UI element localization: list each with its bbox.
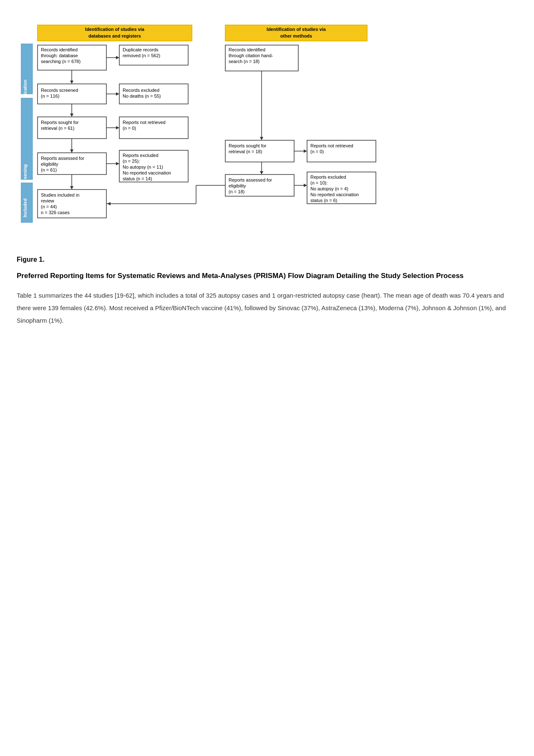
svg-marker-30 [116, 126, 119, 129]
header-db-line1: Identification of studies via [85, 27, 145, 32]
reports-excluded-db-text: Reports excluded [123, 153, 159, 158]
svg-marker-18 [260, 137, 263, 140]
svg-marker-57 [304, 184, 307, 187]
header-db-line2: databases and registers [88, 33, 141, 38]
svg-marker-47 [116, 162, 119, 165]
svg-text:No reported vaccination: No reported vaccination [310, 192, 359, 197]
header-other-line1: Identification of studies via [267, 27, 326, 32]
svg-marker-72 [107, 202, 111, 205]
prisma-container: Identification of studies via databases … [17, 13, 517, 243]
svg-text:(n = 61): (n = 61) [41, 167, 57, 172]
figure-caption: Figure 1. [17, 256, 517, 263]
reports-excluded-other-text: Reports excluded [310, 174, 346, 180]
reports-assessed-db-text: Reports assessed for [41, 156, 84, 161]
svg-text:eligibility: eligibility [41, 162, 58, 167]
svg-text:(n = 116): (n = 116) [41, 94, 59, 99]
svg-text:status (n = 14): status (n = 14) [123, 176, 152, 181]
svg-text:retrieval (n = 18): retrieval (n = 18) [229, 149, 262, 154]
svg-text:searching (n = 678): searching (n = 678) [41, 59, 81, 64]
svg-text:(n = 25):: (n = 25): [123, 159, 140, 164]
label-included: Included [23, 198, 28, 217]
records-excluded-text: Records excluded [123, 88, 159, 93]
svg-text:No deaths (n = 55): No deaths (n = 55) [123, 94, 161, 99]
svg-text:search (n = 18): search (n = 18) [229, 59, 259, 64]
reports-not-retrieved-db-text: Reports not retrieved [123, 120, 166, 125]
figure-title: Preferred Reporting Items for Systematic… [17, 271, 517, 281]
svg-text:(n = 10):: (n = 10): [310, 180, 327, 185]
reports-sought-db-text: Reports sought for [41, 120, 79, 125]
svg-text:(n = 0): (n = 0) [310, 149, 324, 154]
svg-text:status (n = 6): status (n = 6) [310, 198, 338, 203]
duplicate-removed-text: Duplicate records [123, 47, 159, 52]
svg-text:retrieval (n = 61): retrieval (n = 61) [41, 126, 74, 131]
svg-marker-16 [70, 81, 73, 84]
svg-text:removed (n = 562): removed (n = 562) [123, 53, 160, 58]
svg-text:No reported vaccination: No reported vaccination [123, 170, 171, 175]
reports-assessed-other-text: Reports assessed for [229, 177, 272, 182]
svg-text:(n = 0): (n = 0) [123, 126, 136, 131]
svg-marker-26 [70, 114, 73, 117]
svg-text:through citation hand-: through citation hand- [229, 53, 273, 58]
svg-marker-36 [304, 149, 307, 153]
svg-text:No autopsy (n = 11): No autopsy (n = 11) [123, 164, 163, 169]
svg-marker-64 [70, 186, 73, 190]
svg-text:n = 326 cases: n = 326 cases [41, 210, 70, 215]
header-other-line2: other methods [280, 33, 312, 38]
records-identified-other-text: Records identified [229, 47, 265, 52]
svg-text:(n = 44): (n = 44) [41, 204, 57, 209]
records-screened-text: Records screened [41, 88, 78, 93]
svg-text:through: database: through: database [41, 53, 78, 58]
svg-text:(n = 18): (n = 18) [229, 189, 244, 194]
figure-body: Table 1 summarizes the 44 studies [19-62… [17, 289, 517, 327]
svg-marker-22 [116, 92, 119, 96]
prisma-diagram: Identification of studies via databases … [21, 21, 384, 234]
svg-text:eligibility: eligibility [229, 183, 246, 188]
svg-text:review: review [41, 198, 54, 203]
reports-sought-other-text: Reports sought for [229, 143, 267, 148]
svg-marker-42 [260, 171, 263, 174]
studies-included-text: Studies included in [41, 192, 79, 197]
svg-text:No autopsy (n = 4): No autopsy (n = 4) [310, 186, 348, 191]
svg-marker-40 [70, 149, 73, 153]
records-identified-db-text: Records identified [41, 47, 78, 52]
reports-not-retrieved-other-text: Reports not retrieved [310, 143, 353, 148]
svg-marker-9 [116, 56, 119, 59]
